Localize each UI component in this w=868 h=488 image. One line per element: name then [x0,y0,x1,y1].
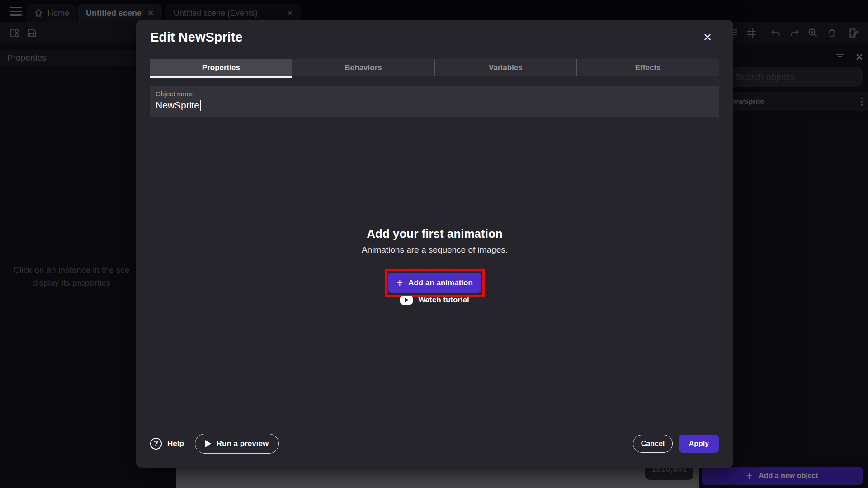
help-icon: ? [150,438,162,450]
add-animation-button[interactable]: + Add an animation [388,273,481,293]
empty-state-title: Add your first animation [136,227,733,241]
tab-variables[interactable]: Variables [434,59,577,76]
tab-effects[interactable]: Effects [576,59,719,76]
close-dialog-icon[interactable]: ✕ [701,31,714,44]
cancel-label: Cancel [641,440,665,448]
tab-behaviors[interactable]: Behaviors [292,59,434,76]
help-label: Help [167,439,184,448]
apply-label: Apply [689,440,709,448]
help-button[interactable]: ? Help [150,438,184,450]
object-name-field-label: Object name [156,90,194,98]
highlight-annotation-box: + Add an animation [385,269,485,297]
dialog-footer: ? Help Run a preview Cancel Apply [150,434,719,454]
app-window: Home Untitled scene ✕ Untitled scene (Ev… [0,0,868,488]
object-name-field[interactable]: Object name NewSprite [150,86,719,117]
empty-state-subtitle: Animations are a sequence of images. [136,245,733,255]
edit-object-dialog: Edit NewSprite ✕ Properties Behaviors Va… [136,20,733,468]
apply-button[interactable]: Apply [679,435,719,453]
watch-tutorial-button[interactable]: Watch tutorial [136,296,733,305]
run-preview-label: Run a preview [217,439,269,448]
cancel-button[interactable]: Cancel [633,435,673,453]
text-caret [200,100,201,111]
run-preview-button[interactable]: Run a preview [195,434,279,454]
add-animation-label: Add an animation [408,278,473,287]
dialog-title: Edit NewSprite [150,30,243,45]
tab-properties[interactable]: Properties [150,59,292,76]
dialog-tabs: Properties Behaviors Variables Effects [150,59,719,76]
watch-tutorial-label: Watch tutorial [418,296,469,305]
play-icon [205,440,211,447]
object-name-field-value: NewSprite [156,100,201,111]
youtube-icon [400,296,413,305]
